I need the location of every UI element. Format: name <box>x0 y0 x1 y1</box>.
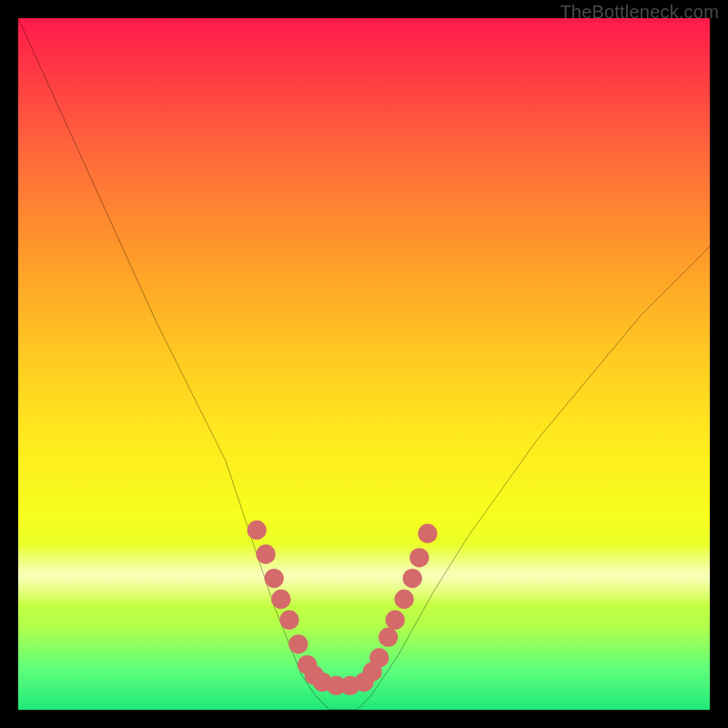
bottleneck-curve <box>18 18 710 710</box>
chart-frame: TheBottleneck.com <box>0 0 728 728</box>
data-marker <box>418 524 437 543</box>
data-marker <box>394 590 413 609</box>
curve-layer <box>18 18 710 710</box>
data-marker <box>248 521 267 540</box>
plot-area <box>18 18 710 710</box>
watermark-text: TheBottleneck.com <box>560 2 719 23</box>
data-markers <box>248 521 438 695</box>
data-marker <box>369 648 389 667</box>
data-marker <box>403 569 422 588</box>
data-marker <box>379 628 398 647</box>
data-marker <box>410 548 429 567</box>
data-marker <box>288 634 308 653</box>
data-marker <box>271 590 290 609</box>
data-marker <box>386 611 405 630</box>
data-marker <box>279 611 298 630</box>
data-marker <box>265 569 284 588</box>
data-marker <box>256 544 275 563</box>
